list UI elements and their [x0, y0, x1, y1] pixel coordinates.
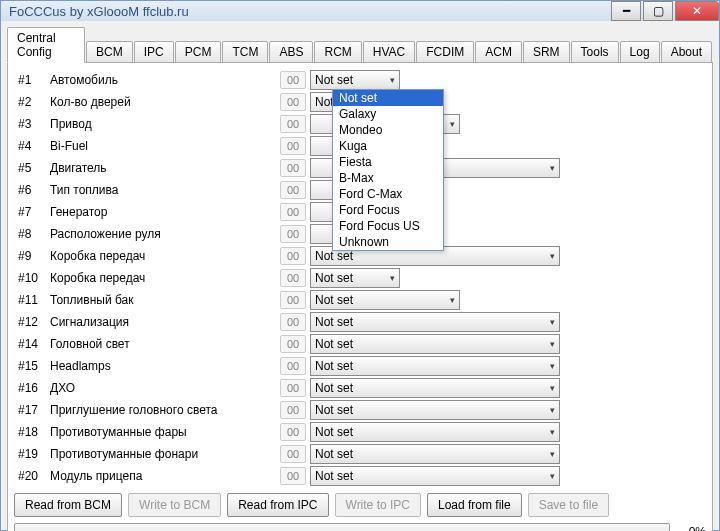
- param-label: Топливный бак: [50, 293, 280, 307]
- param-field-id: 00: [280, 291, 306, 309]
- param-combo[interactable]: Not set▾: [310, 334, 560, 354]
- action-buttons-row: Read from BCM Write to BCM Read from IPC…: [14, 487, 706, 519]
- param-combo[interactable]: Not set▾: [310, 268, 400, 288]
- dropdown-option[interactable]: Ford C-Max: [333, 186, 443, 202]
- dropdown-option[interactable]: B-Max: [333, 170, 443, 186]
- param-value: Not set: [315, 337, 353, 351]
- param-value: Not set: [315, 381, 353, 395]
- content-area: Central ConfigBCMIPCPCMTCMABSRCMHVACFCDI…: [1, 21, 719, 531]
- param-row: #16ДХО00Not set▾: [14, 377, 706, 399]
- window-controls: ━ ▢ ✕: [609, 1, 719, 21]
- tab-abs[interactable]: ABS: [269, 41, 313, 63]
- tab-acm[interactable]: ACM: [475, 41, 522, 63]
- read-bcm-button[interactable]: Read from BCM: [14, 493, 122, 517]
- param-combo[interactable]: Not set▾: [310, 444, 560, 464]
- param-label: Модуль прицепа: [50, 469, 280, 483]
- tab-srm[interactable]: SRM: [523, 41, 570, 63]
- param-id: #18: [14, 425, 50, 439]
- param-id: #10: [14, 271, 50, 285]
- param-value: Not set: [315, 447, 353, 461]
- param-label: Тип топлива: [50, 183, 280, 197]
- params-scroll-area[interactable]: #1Автомобиль00Not set▾Not setGalaxyMonde…: [14, 69, 706, 487]
- param-value: Not set: [315, 403, 353, 417]
- param-combo[interactable]: Not set▾: [310, 422, 560, 442]
- tab-tcm[interactable]: TCM: [222, 41, 268, 63]
- param-combo[interactable]: Not set▾: [310, 378, 560, 398]
- chevron-down-icon: ▾: [450, 295, 455, 305]
- tab-bcm[interactable]: BCM: [86, 41, 133, 63]
- dropdown-option[interactable]: Ford Focus: [333, 202, 443, 218]
- param-row: #10Коробка передач00Not set▾: [14, 267, 706, 289]
- chevron-down-icon: ▾: [550, 449, 555, 459]
- param-value: Not set: [315, 315, 353, 329]
- param-row: #15Headlamps00Not set▾: [14, 355, 706, 377]
- param-row: #17Приглушение головного света00Not set▾: [14, 399, 706, 421]
- param-field-id: 00: [280, 93, 306, 111]
- chevron-down-icon: ▾: [450, 119, 455, 129]
- read-ipc-button[interactable]: Read from IPC: [227, 493, 328, 517]
- param-label: Коробка передач: [50, 271, 280, 285]
- param-combo[interactable]: Not set▾: [310, 466, 560, 486]
- param-field-id: 00: [280, 137, 306, 155]
- param-id: #19: [14, 447, 50, 461]
- dropdown-option[interactable]: Not set: [333, 90, 443, 106]
- param-label: Расположение руля: [50, 227, 280, 241]
- chevron-down-icon: ▾: [550, 361, 555, 371]
- param-field-id: 00: [280, 357, 306, 375]
- dropdown-option[interactable]: Unknown: [333, 234, 443, 250]
- param-combo[interactable]: Not set▾: [310, 400, 560, 420]
- chevron-down-icon: ▾: [390, 273, 395, 283]
- param-label: ДХО: [50, 381, 280, 395]
- close-button[interactable]: ✕: [675, 1, 719, 21]
- tab-ipc[interactable]: IPC: [134, 41, 174, 63]
- tab-rcm[interactable]: RCM: [314, 41, 361, 63]
- maximize-button[interactable]: ▢: [643, 1, 673, 21]
- param-label: Headlamps: [50, 359, 280, 373]
- tabs-row: Central ConfigBCMIPCPCMTCMABSRCMHVACFCDI…: [7, 27, 713, 63]
- param-combo[interactable]: Not set▾: [310, 312, 560, 332]
- param-row: #20Модуль прицепа00Not set▾: [14, 465, 706, 487]
- param-id: #6: [14, 183, 50, 197]
- param-label: Коробка передач: [50, 249, 280, 263]
- param-value: Not set: [315, 425, 353, 439]
- dropdown-list[interactable]: Not setGalaxyMondeoKugaFiestaB-MaxFord C…: [332, 89, 444, 251]
- param-label: Приглушение головного света: [50, 403, 280, 417]
- dropdown-option[interactable]: Kuga: [333, 138, 443, 154]
- chevron-down-icon: ▾: [550, 471, 555, 481]
- tab-central-config[interactable]: Central Config: [7, 27, 85, 63]
- tab-fcdim[interactable]: FCDIM: [416, 41, 474, 63]
- param-row: #18Противотуманные фары00Not set▾: [14, 421, 706, 443]
- param-field-id: 00: [280, 445, 306, 463]
- param-field-id: 00: [280, 247, 306, 265]
- param-label: Кол-во дверей: [50, 95, 280, 109]
- param-combo[interactable]: Not set▾: [310, 356, 560, 376]
- param-field-id: 00: [280, 335, 306, 353]
- param-row: #14Головной свет00Not set▾: [14, 333, 706, 355]
- minimize-button[interactable]: ━: [611, 1, 641, 21]
- load-file-button[interactable]: Load from file: [427, 493, 522, 517]
- dropdown-option[interactable]: Galaxy: [333, 106, 443, 122]
- dropdown-option[interactable]: Fiesta: [333, 154, 443, 170]
- tab-pcm[interactable]: PCM: [175, 41, 222, 63]
- tab-log[interactable]: Log: [620, 41, 660, 63]
- chevron-down-icon: ▾: [550, 251, 555, 261]
- tab-tools[interactable]: Tools: [571, 41, 619, 63]
- param-combo[interactable]: Not set▾: [310, 290, 460, 310]
- dropdown-option[interactable]: Ford Focus US: [333, 218, 443, 234]
- chevron-down-icon: ▾: [550, 405, 555, 415]
- param-field-id: 00: [280, 225, 306, 243]
- param-label: Генератор: [50, 205, 280, 219]
- chevron-down-icon: ▾: [390, 75, 395, 85]
- param-id: #7: [14, 205, 50, 219]
- dropdown-option[interactable]: Mondeo: [333, 122, 443, 138]
- param-value: Not set: [315, 271, 353, 285]
- param-combo[interactable]: Not set▾: [310, 70, 400, 90]
- param-row: #19Противотуманные фонари00Not set▾: [14, 443, 706, 465]
- tab-about[interactable]: About: [661, 41, 712, 63]
- param-label: Привод: [50, 117, 280, 131]
- param-value: Not set: [315, 73, 353, 87]
- param-row: #12Сигнализация00Not set▾: [14, 311, 706, 333]
- tab-hvac[interactable]: HVAC: [363, 41, 415, 63]
- app-window: FoCCCus by xGloooM ffclub.ru ━ ▢ ✕ Centr…: [0, 0, 720, 531]
- param-id: #16: [14, 381, 50, 395]
